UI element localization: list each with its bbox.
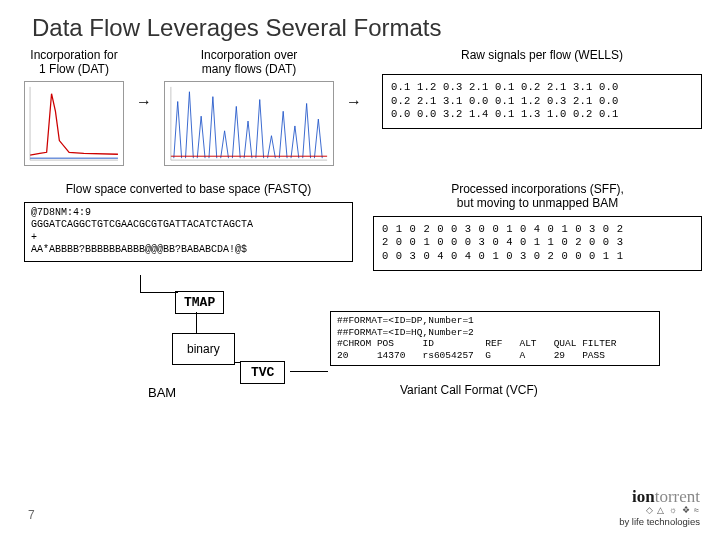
vcf-caption: Variant Call Format (VCF) bbox=[400, 383, 538, 397]
slide-number: 7 bbox=[28, 508, 35, 522]
fastq-col: Flow space converted to base space (FAST… bbox=[24, 182, 353, 271]
dat-multi-col: Incorporation over many flows (DAT) bbox=[164, 48, 334, 166]
row-pipeline: TMAP binary TVC BAM ##FORMAT=<ID=DP,Numb… bbox=[0, 275, 720, 415]
logo-life-tech: by life technologies bbox=[619, 517, 700, 527]
row-fastq-sff: Flow space converted to base space (FAST… bbox=[0, 166, 720, 271]
wells-caption: Raw signals per flow (WELLS) bbox=[382, 48, 702, 62]
fastq-caption: Flow space converted to base space (FAST… bbox=[24, 182, 353, 196]
logo-ion-text: ion bbox=[632, 487, 655, 506]
arrow-icon: → bbox=[132, 48, 156, 111]
logo-icons: ◇ △ ☼ ❖ ≈ bbox=[619, 506, 700, 515]
slide-title: Data Flow Leverages Several Formats bbox=[0, 0, 720, 42]
dat-multi-caption: Incorporation over many flows (DAT) bbox=[201, 48, 298, 77]
arrow-icon: → bbox=[342, 48, 366, 111]
binary-box: binary bbox=[172, 333, 235, 365]
logo-block: iontorrent ◇ △ ☼ ❖ ≈ by life technologie… bbox=[619, 488, 700, 527]
row-dat-wells: Incorporation for 1 Flow (DAT) → Incorpo… bbox=[0, 42, 720, 166]
logo-ion-torrent: iontorrent bbox=[619, 488, 700, 505]
wells-data-box: 0.1 1.2 0.3 2.1 0.1 0.2 2.1 3.1 0.0 0.2 … bbox=[382, 74, 702, 129]
logo-torrent-text: torrent bbox=[655, 487, 700, 506]
sff-box: 0 1 0 2 0 0 3 0 0 1 0 4 0 1 0 3 0 2 2 0 … bbox=[373, 216, 702, 271]
chart-single-flow bbox=[24, 81, 124, 166]
fastq-box: @7D8NM:4:9 GGGATCAGGCTGTCGAACGCGTGATTACA… bbox=[24, 202, 353, 262]
tmap-box: TMAP bbox=[175, 291, 224, 314]
chart-many-flows bbox=[164, 81, 334, 166]
sff-caption: Processed incorporations (SFF), but movi… bbox=[373, 182, 702, 210]
wells-col: Raw signals per flow (WELLS) 0.1 1.2 0.3… bbox=[382, 48, 702, 129]
tvc-box: TVC bbox=[240, 361, 285, 384]
bam-label: BAM bbox=[148, 385, 176, 400]
dat-single-col: Incorporation for 1 Flow (DAT) bbox=[24, 48, 124, 166]
sff-col: Processed incorporations (SFF), but movi… bbox=[373, 182, 702, 271]
vcf-box: ##FORMAT=<ID=DP,Number=1 ##FORMAT=<ID=HQ… bbox=[330, 311, 660, 367]
dat-single-caption: Incorporation for 1 Flow (DAT) bbox=[30, 48, 117, 77]
